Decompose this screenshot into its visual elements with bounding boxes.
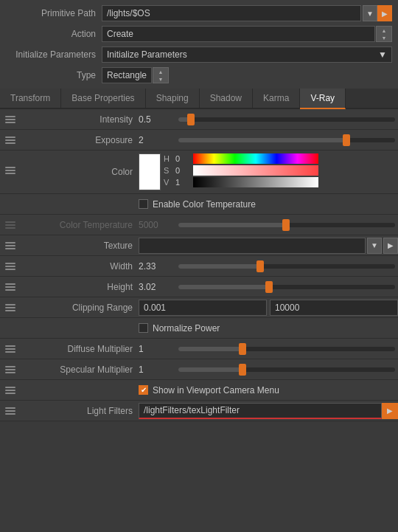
color-handle[interactable] [4, 165, 16, 176]
intensity-thumb[interactable] [187, 114, 195, 125]
exposure-value: 2 [139, 135, 175, 145]
type-row: Type Rectangle ▲ ▼ [0, 65, 398, 86]
ct-thumb[interactable] [282, 219, 290, 231]
right-arrow-icon: ▶ [382, 10, 388, 18]
width-slider[interactable] [178, 264, 395, 269]
tab-shadow[interactable]: Shadow [200, 89, 253, 108]
type-stepper-up[interactable]: ▲ [153, 68, 168, 75]
light-filters-input[interactable] [139, 403, 382, 419]
sat-value: 0 [175, 166, 190, 175]
intensity-value: 0.5 [139, 114, 175, 125]
type-stepper[interactable]: ▲ ▼ [153, 67, 169, 83]
texture-input-row: ▼ ▶ [139, 238, 398, 254]
width-icon-col [0, 261, 21, 272]
show-viewport-checkbox[interactable]: ✔ [139, 385, 148, 395]
stepper-up-icon[interactable]: ▲ [377, 27, 391, 34]
light-filters-arrow-icon: ▶ [387, 407, 393, 415]
height-icon-col [0, 282, 21, 292]
show-viewport-handle[interactable] [4, 385, 16, 395]
color-temp-row: Color Temperature 5000 [0, 215, 398, 235]
dropdown-btn[interactable]: ▼ [363, 5, 377, 21]
color-swatch-box[interactable] [139, 153, 164, 190]
light-filters-icon-col [0, 406, 21, 416]
val-bar[interactable] [193, 177, 318, 187]
diffuse-fill [178, 347, 243, 351]
specular-value: 1 [139, 365, 175, 375]
texture-label: Texture [21, 241, 139, 251]
enable-ct-checkbox-row: Enable Color Temperature [139, 199, 256, 210]
specular-slider[interactable] [178, 367, 395, 372]
diffuse-value: 1 [139, 344, 175, 354]
tab-karma[interactable]: Karma [253, 89, 300, 108]
texture-icon-col [0, 241, 21, 251]
navigate-btn[interactable]: ▶ [377, 5, 392, 21]
diffuse-handle[interactable] [4, 344, 16, 354]
action-stepper[interactable]: ▲ ▼ [376, 26, 392, 42]
normalize-checkbox[interactable] [139, 323, 148, 333]
diffuse-thumb[interactable] [239, 343, 246, 355]
exposure-icon-col [0, 135, 21, 145]
stepper-down-icon[interactable]: ▼ [377, 34, 391, 41]
texture-row: Texture ▼ ▶ [0, 235, 398, 256]
color-channels-section: H 0 S 0 V 1 [164, 153, 318, 187]
intensity-slider[interactable] [178, 117, 395, 122]
width-thumb[interactable] [256, 260, 264, 272]
ct-slider[interactable] [178, 223, 395, 227]
ct-handle[interactable] [4, 220, 16, 230]
ct-label: Color Temperature [21, 220, 139, 230]
type-stepper-down[interactable]: ▼ [153, 75, 168, 83]
hue-bar[interactable] [193, 153, 318, 164]
specular-fill [178, 367, 243, 372]
diffuse-slider[interactable] [178, 347, 395, 351]
normalize-power-row: Normalize Power [0, 318, 398, 339]
primitive-path-input[interactable] [102, 5, 361, 21]
top-section: Primitive Path ▼ ▶ Action Create ▲ ▼ Ini… [0, 0, 398, 89]
action-select[interactable]: Create [102, 26, 375, 42]
texture-dropdown-btn[interactable]: ▼ [367, 238, 382, 254]
width-fill [178, 264, 261, 269]
primitive-path-row: Primitive Path ▼ ▶ [0, 3, 398, 24]
width-value: 2.33 [139, 261, 175, 272]
height-slider[interactable] [178, 285, 395, 289]
sat-row: S 0 [164, 165, 318, 176]
clipping-min-input[interactable] [139, 300, 267, 316]
type-value: Rectangle [107, 70, 147, 80]
exposure-thumb[interactable] [343, 134, 350, 146]
exposure-slider[interactable] [178, 138, 395, 142]
clipping-max-input[interactable] [270, 300, 398, 316]
color-swatch[interactable] [139, 153, 161, 190]
light-filters-navigate-btn[interactable]: ▶ [382, 403, 398, 419]
texture-handle[interactable] [4, 241, 16, 251]
tab-vray[interactable]: V-Ray [300, 89, 346, 109]
specular-thumb[interactable] [239, 364, 246, 376]
hue-label: H [164, 154, 172, 163]
show-viewport-label: Show in Viewport Camera Menu [153, 385, 279, 395]
sat-bar[interactable] [193, 165, 318, 176]
light-filters-handle[interactable] [4, 406, 16, 416]
diffuse-mult-row: Diffuse Multiplier 1 [0, 339, 398, 359]
enable-ct-checkbox[interactable] [139, 199, 148, 209]
width-handle[interactable] [4, 261, 16, 272]
init-params-select[interactable]: Initialize Parameters ▼ [102, 46, 392, 63]
texture-navigate-btn[interactable]: ▶ [383, 238, 398, 254]
action-label: Action [6, 29, 102, 39]
action-value: Create [107, 29, 133, 39]
tab-base-properties[interactable]: Base Properties [61, 89, 145, 108]
dropdown-arrow-icon: ▼ [366, 10, 374, 18]
tab-shaping[interactable]: Shaping [146, 89, 200, 108]
tab-transform[interactable]: Transform [0, 89, 61, 108]
clipping-icon-col [0, 303, 21, 313]
type-select[interactable]: Rectangle [102, 67, 152, 83]
light-filters-label: Light Filters [21, 406, 139, 416]
normalize-checkbox-row: Normalize Power [139, 323, 220, 334]
height-thumb[interactable] [265, 281, 273, 293]
intensity-handle[interactable] [4, 114, 16, 125]
clipping-handle[interactable] [4, 303, 16, 313]
specular-handle[interactable] [4, 365, 16, 375]
height-handle[interactable] [4, 282, 16, 292]
height-fill [178, 285, 269, 289]
exposure-handle[interactable] [4, 135, 16, 145]
specular-icon-col [0, 365, 21, 375]
primitive-path-buttons: ▼ ▶ [363, 5, 392, 21]
texture-input[interactable] [139, 238, 366, 254]
